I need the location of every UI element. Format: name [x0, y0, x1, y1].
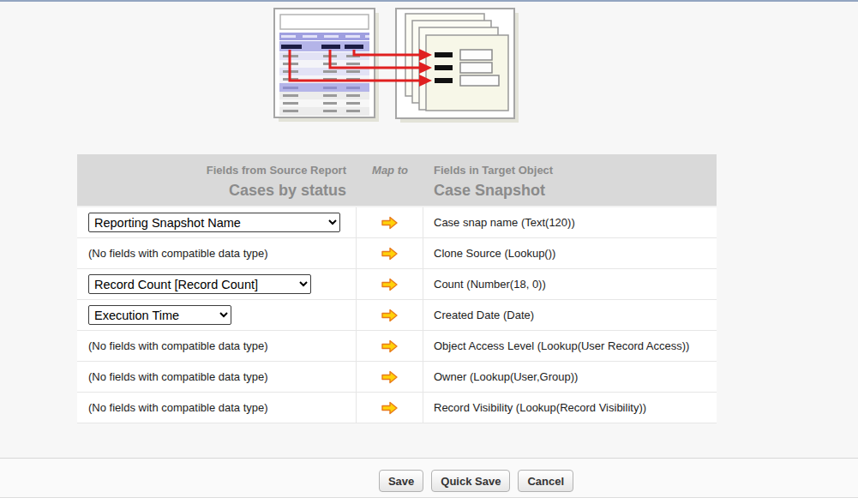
- map-arrow-icon: [381, 278, 399, 291]
- source-column-label: Fields from Source Report: [77, 163, 346, 177]
- mapping-row: (No fields with compatible data type) Re…: [77, 393, 717, 423]
- map-arrow-icon: [381, 247, 399, 261]
- map-arrow-icon: [381, 339, 399, 353]
- target-field-label: Count (Number(18, 0)): [434, 278, 546, 291]
- target-field-label: Owner (Lookup(User,Group)): [434, 370, 578, 383]
- target-field-label: Created Date (Date): [434, 309, 534, 321]
- mapping-row: Execution Time Created Date (Date): [77, 300, 717, 331]
- target-field-label: Record Visibility (Lookup(Record Visibil…: [434, 401, 646, 414]
- mapping-row: (No fields with compatible data type) Ob…: [77, 331, 717, 362]
- action-button-bar: Save Quick Save Cancel: [47, 470, 858, 492]
- bottom-border-strip: [0, 497, 858, 504]
- top-border-line: [0, 0, 858, 2]
- no-compatible-fields-text: (No fields with compatible data type): [88, 370, 268, 383]
- map-to-column-label: Map to: [357, 163, 423, 177]
- report-to-object-mapping-illustration: [273, 5, 521, 123]
- map-arrow-icon: [381, 401, 399, 415]
- mapping-row: Record Count [Record Count] Count (Numbe…: [77, 269, 717, 300]
- cancel-button[interactable]: Cancel: [518, 470, 573, 492]
- no-compatible-fields-text: (No fields with compatible data type): [88, 247, 268, 260]
- target-field-label: Clone Source (Lookup()): [434, 247, 555, 260]
- no-compatible-fields-text: (No fields with compatible data type): [88, 339, 268, 352]
- field-mapping-table: Fields from Source Report Cases by statu…: [77, 154, 717, 423]
- quick-save-button[interactable]: Quick Save: [431, 470, 510, 492]
- no-compatible-fields-text: (No fields with compatible data type): [88, 401, 268, 414]
- mapping-row: (No fields with compatible data type) Ow…: [77, 362, 717, 393]
- save-button[interactable]: Save: [379, 470, 423, 492]
- map-arrow-icon: [381, 309, 399, 322]
- target-field-label: Object Access Level (Lookup(User Record …: [434, 339, 689, 352]
- mapping-row: (No fields with compatible data type) Cl…: [77, 238, 717, 269]
- target-object-graphic: [396, 9, 514, 118]
- source-field-select[interactable]: Reporting Snapshot Name: [88, 213, 340, 232]
- mapping-table-header: Fields from Source Report Cases by statu…: [77, 154, 717, 207]
- source-field-select[interactable]: Execution Time: [88, 305, 231, 325]
- target-field-label: Case snap name (Text(120)): [434, 216, 575, 229]
- map-arrow-icon: [381, 216, 399, 230]
- map-arrow-icon: [381, 370, 399, 384]
- source-field-select[interactable]: Record Count [Record Count]: [88, 274, 311, 294]
- source-report-name: Cases by status: [77, 180, 346, 201]
- target-object-name: Case Snapshot: [434, 180, 717, 201]
- target-column-label: Fields in Target Object: [434, 163, 717, 177]
- mapping-row: Reporting Snapshot Name Case snap name (…: [77, 207, 717, 238]
- reporting-snapshot-field-mapping-page: Fields from Source Report Cases by statu…: [0, 0, 858, 504]
